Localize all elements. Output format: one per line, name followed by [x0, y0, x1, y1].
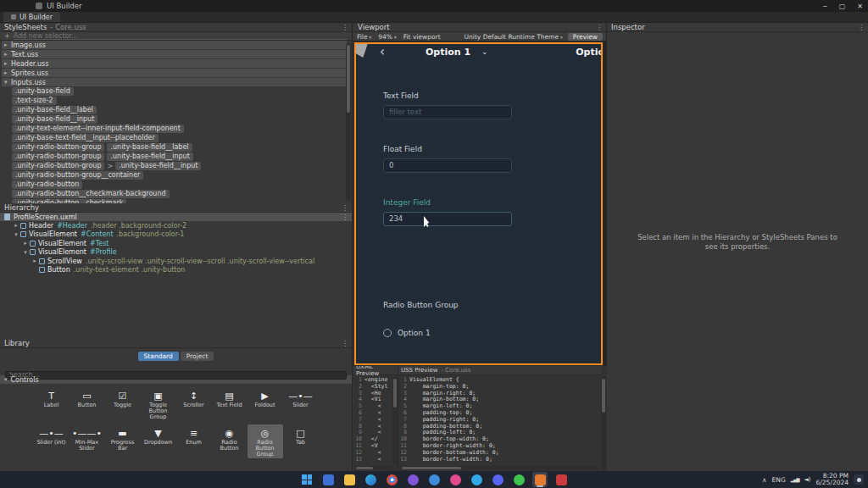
- foldout-arrow-icon[interactable]: ▸: [22, 240, 29, 247]
- language-indicator[interactable]: ENG: [772, 476, 786, 484]
- stylesheets-menu-icon[interactable]: ⋮: [342, 23, 348, 32]
- zoom-dropdown[interactable]: 94%▾: [378, 33, 396, 41]
- canvas[interactable]: ‹ Option 1 ⌄ Optio Text Fieldfiller text…: [354, 42, 603, 365]
- radio-circle-icon[interactable]: [383, 329, 392, 337]
- uss-selector-row[interactable]: .unity-radio-button__checkmark-backgroun…: [12, 190, 347, 198]
- library-control[interactable]: □Tab: [283, 424, 319, 458]
- canvas-header-handle[interactable]: [355, 43, 368, 58]
- selector-chip[interactable]: .unity-radio-button-group: [12, 152, 104, 161]
- field-input[interactable]: filler text: [383, 105, 512, 119]
- search-input[interactable]: [5, 371, 347, 380]
- hierarchy-root-menu-icon[interactable]: ⋮: [342, 213, 348, 222]
- fit-viewport-button[interactable]: Fit viewport: [403, 33, 441, 41]
- uxml-scrollbar[interactable]: [392, 377, 398, 465]
- library-control[interactable]: ◉Radio Button: [212, 424, 248, 458]
- library-control[interactable]: TLabel: [34, 387, 70, 421]
- selector-chip[interactable]: .unity-radio-button-group: [12, 143, 104, 152]
- uss-selector-row[interactable]: .unity-base-field__input: [12, 115, 347, 124]
- foldout-arrow-icon[interactable]: ▸: [13, 222, 19, 229]
- uss-selector-row[interactable]: .unity-radio-button-group.unity-base-fie…: [12, 143, 347, 152]
- library-tab-project[interactable]: Project: [181, 352, 214, 361]
- add-selector-input[interactable]: [14, 32, 348, 40]
- uss-selector-row[interactable]: .unity-base-field__label: [12, 106, 347, 114]
- uss-selector-row[interactable]: .unity-base-field: [12, 87, 347, 96]
- app-pink-icon[interactable]: [448, 472, 463, 487]
- library-control[interactable]: ▼Dropdown: [141, 424, 176, 458]
- selector-chip[interactable]: .unity-base-text-field__input--placehold…: [12, 134, 159, 142]
- library-control[interactable]: ▤Text Field: [212, 387, 248, 421]
- telegram-icon[interactable]: [469, 472, 484, 487]
- edge-icon[interactable]: [363, 472, 378, 487]
- discord-icon[interactable]: [490, 472, 505, 487]
- uss-scrollbar[interactable]: [601, 377, 606, 470]
- uss-selector-row[interactable]: .unity-radio-button-group__container: [12, 171, 347, 180]
- file-menu[interactable]: File▾: [357, 33, 371, 41]
- library-tab-standard[interactable]: Standard: [138, 352, 179, 361]
- library-control[interactable]: —•—Slider (int): [34, 424, 70, 458]
- whatsapp-icon[interactable]: [511, 472, 526, 487]
- selector-chip[interactable]: .unity-radio-button__checkmark-backgroun…: [12, 190, 170, 198]
- hierarchy-item[interactable]: ▾VisualElement#Content.background-color-…: [0, 230, 352, 240]
- selector-chip[interactable]: .unity-base-field__label: [107, 143, 192, 152]
- selector-chip[interactable]: .text-size-2: [12, 97, 57, 105]
- hidden-icons-chevron[interactable]: ∧: [762, 476, 767, 484]
- tab-ui-builder[interactable]: UI Builder: [3, 12, 60, 22]
- volume-icon[interactable]: ◄): [804, 476, 810, 483]
- selector-chip[interactable]: .unity-base-field: [12, 87, 74, 96]
- uss-selector-row[interactable]: .unity-radio-button-group.unity-base-fie…: [12, 152, 347, 161]
- library-control[interactable]: —•—Slider: [283, 387, 319, 421]
- radio-option-row[interactable]: Option 1: [383, 329, 512, 337]
- selector-chip[interactable]: .unity-radio-button-group: [12, 162, 104, 170]
- foldout-arrow-icon[interactable]: ▾: [4, 79, 11, 86]
- foldout-arrow-icon[interactable]: ▸: [4, 60, 11, 67]
- field-input[interactable]: 0: [383, 158, 512, 173]
- taskbar-clock[interactable]: 8:20 PM 6/25/2024: [816, 473, 849, 487]
- foldout-arrow-icon[interactable]: ▸: [4, 69, 11, 76]
- maximize-button[interactable]: ▢: [839, 3, 846, 10]
- uss-selector-row[interactable]: .unity-radio-button-group>.unity-base-fi…: [12, 162, 347, 170]
- uss-selector-row[interactable]: .text-size-2: [12, 97, 347, 105]
- app-violet-icon[interactable]: [405, 472, 420, 487]
- hierarchy-menu-icon[interactable]: ⋮: [342, 203, 348, 213]
- uss-selector-row[interactable]: .unity-text-element--inner-input-field-c…: [12, 125, 347, 133]
- start-icon[interactable]: [299, 472, 314, 487]
- selector-chip[interactable]: .unity-radio-button: [12, 180, 82, 189]
- hierarchy-item[interactable]: ▸ScrollView.unity-scroll-view .unity-scr…: [0, 257, 352, 266]
- uss-file-row[interactable]: ▸Sprites.uss: [2, 69, 347, 77]
- foldout-arrow-icon[interactable]: ▸: [4, 51, 11, 58]
- foldout-arrow-icon[interactable]: ▾: [22, 249, 29, 256]
- inspector-menu-icon[interactable]: ⋮: [858, 23, 865, 32]
- library-control[interactable]: ▬Progress Bar: [105, 424, 141, 458]
- library-menu-icon[interactable]: ⋮: [342, 339, 348, 348]
- active-app-icon[interactable]: [532, 472, 548, 487]
- task-view-icon[interactable]: [320, 472, 336, 487]
- chrome-icon[interactable]: [384, 472, 399, 487]
- field-input[interactable]: 234: [383, 212, 512, 226]
- library-control[interactable]: ▶Foldout: [248, 387, 283, 421]
- uss-selector-row[interactable]: .unity-base-text-field__input--placehold…: [12, 134, 347, 142]
- uss-file-row[interactable]: ▸Text.uss: [2, 50, 347, 58]
- network-signal-icon[interactable]: ▂▄▆: [791, 477, 799, 482]
- library-control[interactable]: ▣Toggle Button Group: [141, 387, 176, 421]
- library-control[interactable]: ≡Enum: [176, 424, 212, 458]
- app-red-icon[interactable]: [554, 472, 569, 487]
- file-explorer-icon[interactable]: [342, 472, 357, 487]
- uss-file-row[interactable]: ▸Header.uss: [2, 59, 347, 68]
- viewport-menu-icon[interactable]: ⋮: [596, 23, 603, 32]
- hierarchy-item[interactable]: ▸Header#Header.header .background-color-…: [0, 221, 352, 230]
- close-button[interactable]: ✕: [857, 3, 863, 10]
- foldout-arrow-icon[interactable]: ▸: [4, 42, 11, 48]
- foldout-arrow-icon[interactable]: ▾: [13, 231, 19, 238]
- selector-chip[interactable]: .unity-text-element--inner-input-field-c…: [12, 125, 184, 133]
- uss-selector-row[interactable]: .unity-radio-button: [12, 180, 347, 189]
- library-control[interactable]: ↕Scroller: [176, 387, 212, 421]
- app-blue-icon[interactable]: [426, 472, 442, 487]
- uss-file-row[interactable]: ▾Inputs.uss: [2, 78, 347, 86]
- foldout-arrow-icon[interactable]: ▸: [31, 258, 38, 264]
- hierarchy-root-row[interactable]: ProfileScreen.uxml ⋮: [0, 213, 352, 221]
- library-control[interactable]: ☑Toggle: [105, 387, 141, 421]
- preview-button[interactable]: Preview: [568, 33, 603, 41]
- library-control[interactable]: •——•Min-Max Slider: [70, 424, 105, 458]
- selector-chip[interactable]: .unity-base-field__input: [115, 162, 201, 170]
- selector-chip[interactable]: .unity-base-field__input: [107, 152, 192, 161]
